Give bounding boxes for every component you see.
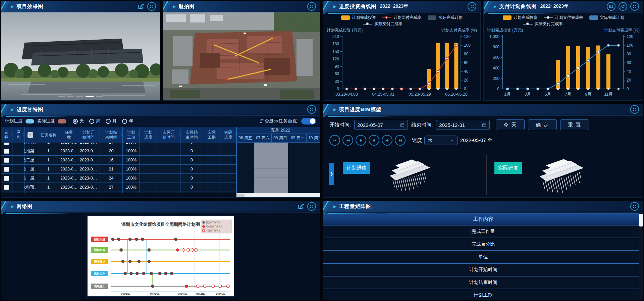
fast-forward-icon[interactable] <box>382 135 392 146</box>
table-row[interactable]: 水电预…12023-0…2023-0…27100%0 <box>1 183 236 192</box>
svg-text:05.23-05.29: 05.23-05.29 <box>409 92 431 97</box>
stop-icon[interactable] <box>369 135 379 146</box>
confirm-button[interactable]: 确 定 <box>528 119 557 130</box>
table-cell: 2023-0… <box>77 183 100 192</box>
expand-icon[interactable] <box>630 105 639 114</box>
table-cell <box>12 156 24 164</box>
day-header: 06 周五 <box>237 134 254 142</box>
matrix-scrollbar[interactable] <box>639 213 643 300</box>
legend-item[interactable]: 计划支付完成率 <box>382 15 422 20</box>
column-header: 计划 进度 <box>140 127 157 143</box>
invest-chart-plot: 030609012015018021002040608010012003.28-… <box>323 33 478 99</box>
radio-年[interactable]: 年 <box>122 118 133 124</box>
today-button[interactable]: 今 天 <box>496 119 525 130</box>
radio-circle-icon[interactable] <box>122 119 127 124</box>
row-checkbox[interactable] <box>4 185 9 190</box>
matrix-header-row[interactable]: 工作内容 <box>323 213 643 225</box>
row-checkbox[interactable] <box>4 143 9 145</box>
side-drawer-tab[interactable]: ❯ <box>329 163 334 185</box>
legend-item[interactable]: 实际支付完成率 <box>523 21 563 27</box>
legend-item[interactable]: 计划完成投资 <box>341 15 376 20</box>
expand-icon[interactable] <box>307 105 316 114</box>
column-header: 计划结 束时间 <box>100 127 123 143</box>
radio-月[interactable]: 月 <box>106 118 117 124</box>
carousel-indicator[interactable] <box>58 96 103 97</box>
end-time-label: 结束时间: <box>411 122 433 128</box>
time-unit-radio-group: 天周月年 <box>73 118 135 124</box>
actual-progress-badge[interactable]: 实际进度 <box>494 162 522 174</box>
row-checkbox[interactable] <box>4 158 9 163</box>
legend-item[interactable]: 实际完成计划 <box>428 15 463 20</box>
horizontal-scrollbar-thumb[interactable] <box>237 194 245 197</box>
expand-icon[interactable] <box>630 202 639 211</box>
matrix-row[interactable]: 完成百分比 <box>323 238 643 251</box>
radio-circle-icon[interactable] <box>106 119 111 124</box>
split-window-icon[interactable] <box>607 2 615 11</box>
table-row[interactable]: 负一层…12023-0…2023-0…24100%0 <box>1 174 236 183</box>
row-checkbox[interactable] <box>4 176 9 181</box>
radio-天[interactable]: 天 <box>73 118 84 124</box>
legend-item[interactable]: 实际支付完成率 <box>363 21 402 27</box>
svg-text:现场施工: 现场施工 <box>94 285 105 288</box>
edit-icon[interactable] <box>298 203 304 210</box>
chart-legend[interactable]: 计划完成投资计划支付完成率实际完成计划 <box>323 15 480 20</box>
reset-button[interactable]: 重 置 <box>560 119 589 130</box>
table-cell: 2023-0… <box>77 143 100 147</box>
carousel-dot[interactable] <box>76 96 83 97</box>
table-row[interactable]: 负一层…12023-0…2023-0…21100%0 <box>1 165 236 174</box>
bim-model-plan[interactable] <box>380 154 442 193</box>
matrix-row[interactable]: 单位 <box>323 251 643 264</box>
carousel-dot[interactable] <box>96 96 103 97</box>
plan-progress-badge[interactable]: 计划进度 <box>343 162 370 174</box>
expand-icon[interactable] <box>307 202 316 211</box>
carousel-dot[interactable] <box>58 96 65 97</box>
end-date-input[interactable]: 2025-12-31 <box>436 120 490 130</box>
matrix-row[interactable]: 计划结束时间 <box>323 277 643 289</box>
skip-start-icon[interactable] <box>329 135 340 146</box>
refresh-icon[interactable] <box>619 2 627 11</box>
radio-circle-icon[interactable] <box>73 119 78 124</box>
matrix-row[interactable]: 计划工期 <box>323 289 643 300</box>
table-cell: 20 <box>100 147 123 155</box>
speed-select[interactable]: 天 <box>424 136 458 145</box>
chart-legend-row2[interactable]: 实际支付完成率 <box>323 21 480 27</box>
rewind-icon[interactable] <box>342 135 353 146</box>
svg-text:9月: 9月 <box>585 92 591 97</box>
skip-end-icon[interactable] <box>395 135 406 146</box>
play-icon[interactable] <box>356 135 366 146</box>
carousel-dot[interactable] <box>67 96 74 97</box>
radio-周[interactable]: 周 <box>89 118 100 124</box>
start-date-input[interactable]: 2022-05-07 <box>354 120 408 130</box>
row-checkbox[interactable] <box>4 149 9 154</box>
table-cell: 0 <box>180 147 203 155</box>
legend-item[interactable]: 实际完成计划 <box>589 15 624 20</box>
legend-item[interactable]: 计划完成投资 <box>503 15 538 20</box>
matrix-row[interactable]: 完成工作量 <box>323 225 643 238</box>
radio-circle-icon[interactable] <box>89 119 94 124</box>
chart-legend-row2[interactable]: 实际支付完成率 <box>484 21 643 27</box>
row-checkbox[interactable] <box>4 167 9 172</box>
matrix-scrollbar-thumb[interactable] <box>639 214 643 227</box>
legend-item[interactable]: 计划支付完成率 <box>544 15 583 20</box>
table-cell <box>157 183 180 192</box>
carousel-dot[interactable] <box>86 96 94 97</box>
bim-divider <box>486 155 487 195</box>
table-row[interactable]: 砼柱拆…12023-0…2023-0…17100%0 <box>1 143 236 147</box>
chart-legend[interactable]: 计划完成投资计划支付完成率实际完成计划 <box>484 15 643 20</box>
radio-label: 天 <box>79 118 84 124</box>
table-row[interactable]: 盘扣架…12023-0…2023-0…20100%0 <box>1 147 236 156</box>
panel-title: 网络图 <box>16 203 33 210</box>
expand-icon[interactable] <box>468 2 476 11</box>
ledger-toggle[interactable] <box>301 118 316 124</box>
horizontal-scrollbar[interactable] <box>236 193 320 197</box>
edit-icon[interactable] <box>138 3 144 10</box>
bim-model-actual[interactable] <box>530 154 597 194</box>
expand-icon[interactable] <box>630 2 639 11</box>
table-row[interactable]: 负二层…12023-0…2023-0…16100%0 <box>1 156 236 165</box>
expand-icon[interactable] <box>147 2 156 11</box>
table-row[interactable] <box>1 192 236 193</box>
matrix-row[interactable]: 计划开始时间 <box>323 264 643 277</box>
table-cell <box>140 174 157 183</box>
expand-icon[interactable] <box>307 2 316 11</box>
collapse-all-button[interactable]: − <box>28 132 33 138</box>
